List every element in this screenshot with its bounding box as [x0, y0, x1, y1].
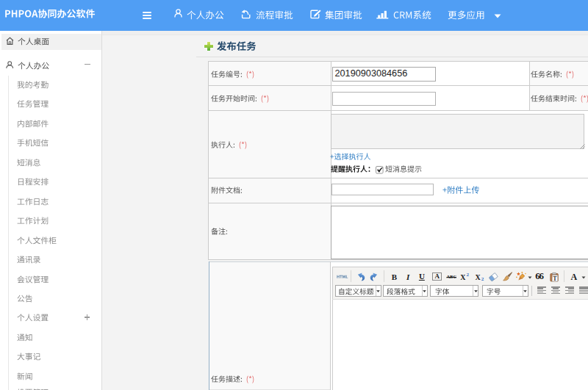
- svg-text:T: T: [553, 275, 558, 281]
